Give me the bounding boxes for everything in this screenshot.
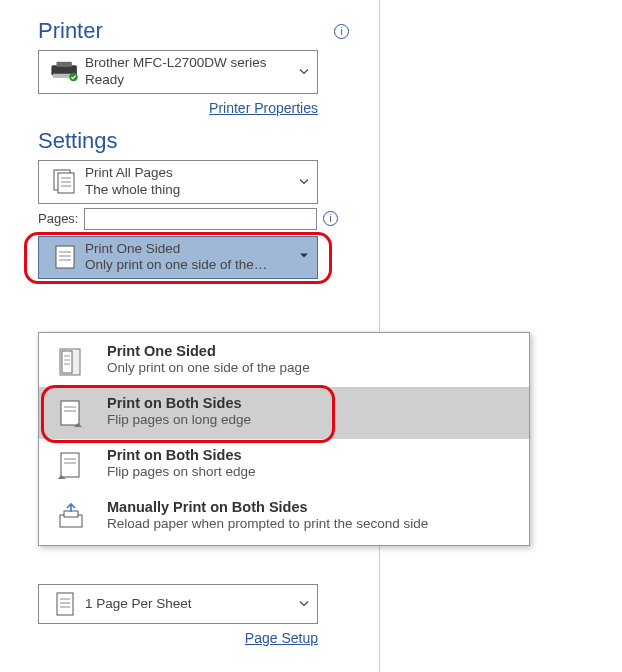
manual-duplex-icon (53, 499, 89, 535)
sides-menu: Print One Sided Only print on one side o… (38, 332, 530, 546)
printer-selector[interactable]: Brother MFC-L2700DW series Ready (38, 50, 318, 94)
svg-rect-9 (56, 246, 74, 268)
menu-item-title: Print on Both Sides (107, 395, 251, 411)
printer-title-text: Printer (38, 18, 103, 44)
svg-rect-14 (62, 351, 72, 373)
menu-item-sub: Flip pages on long edge (107, 412, 251, 427)
info-icon[interactable]: i (323, 211, 338, 226)
chevron-down-icon (299, 174, 309, 189)
settings-section-title: Settings (38, 128, 349, 154)
menu-item-both-sides-short[interactable]: Print on Both Sides Flip pages on short … (39, 439, 529, 491)
pages-stack-icon (45, 167, 85, 197)
per-sheet-title: 1 Page Per Sheet (85, 596, 311, 613)
menu-item-one-sided[interactable]: Print One Sided Only print on one side o… (39, 335, 529, 387)
pages-row: Pages: i (38, 208, 338, 230)
menu-item-sub: Flip pages on short edge (107, 464, 256, 479)
one-sided-icon (45, 242, 85, 272)
settings-title-text: Settings (38, 128, 118, 154)
svg-rect-1 (57, 62, 72, 67)
chevron-down-icon (299, 597, 309, 612)
pages-label: Pages: (38, 211, 78, 226)
printer-status: Ready (85, 72, 311, 89)
printer-name: Brother MFC-L2700DW series (85, 55, 311, 72)
page-per-sheet-icon (45, 589, 85, 619)
pages-per-sheet-dropdown[interactable]: 1 Page Per Sheet (38, 584, 318, 624)
menu-item-manual-both-sides[interactable]: Manually Print on Both Sides Reload pape… (39, 491, 529, 543)
pages-input[interactable] (84, 208, 317, 230)
chevron-down-icon (299, 64, 309, 79)
menu-item-sub: Reload paper when prompted to print the … (107, 516, 428, 531)
menu-item-sub: Only print on one side of the page (107, 360, 310, 375)
print-range-title: Print All Pages (85, 165, 311, 182)
printer-icon (45, 60, 85, 84)
both-sides-short-icon (53, 447, 89, 483)
printer-section-title: Printer i (38, 18, 349, 44)
chevron-down-icon (299, 250, 309, 265)
svg-rect-26 (57, 593, 73, 615)
menu-item-title: Manually Print on Both Sides (107, 499, 428, 515)
page-setup-link[interactable]: Page Setup (245, 630, 318, 646)
svg-rect-5 (58, 173, 74, 193)
menu-item-both-sides-long[interactable]: Print on Both Sides Flip pages on long e… (39, 387, 529, 439)
one-sided-icon (53, 343, 89, 379)
svg-rect-18 (61, 401, 79, 425)
sides-title: Print One Sided (85, 241, 311, 258)
print-range-dropdown[interactable]: Print All Pages The whole thing (38, 160, 318, 204)
sides-sub: Only print on one side of the… (85, 257, 311, 274)
info-icon[interactable]: i (334, 24, 349, 39)
svg-rect-21 (61, 453, 79, 477)
sides-dropdown[interactable]: Print One Sided Only print on one side o… (38, 236, 318, 280)
menu-item-title: Print One Sided (107, 343, 310, 359)
menu-item-title: Print on Both Sides (107, 447, 256, 463)
printer-properties-link[interactable]: Printer Properties (209, 100, 318, 116)
print-range-sub: The whole thing (85, 182, 311, 199)
both-sides-long-icon (53, 395, 89, 431)
